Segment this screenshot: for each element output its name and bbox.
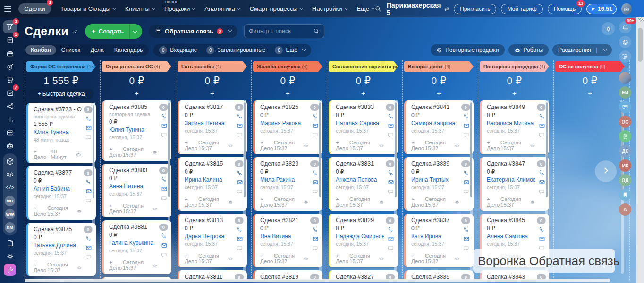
- board-settings-gear-icon[interactable]: [602, 22, 615, 35]
- deal-card[interactable]: Сделка #3837 0 0 ₽ Катя Ирова сегодня, 1…: [404, 214, 474, 267]
- phone-icon[interactable]: [237, 170, 243, 176]
- horizontal-scrollbar[interactable]: [25, 279, 610, 282]
- deal-card[interactable]: Сделка #3875 0 0 ₽ Татьяна Долина сегодн…: [26, 223, 96, 276]
- sidebar-item-tasks[interactable]: 1: [3, 33, 17, 47]
- phone-icon[interactable]: [237, 226, 243, 233]
- deal-contact-link[interactable]: Агния Бабина: [34, 185, 82, 192]
- email-icon[interactable]: [161, 242, 168, 249]
- deal-card[interactable]: Сделка #3847 0 0 ₽ Екатерина Климова сег…: [480, 157, 549, 211]
- phone-icon[interactable]: [237, 113, 243, 119]
- rail-avatar-a[interactable]: А: [619, 203, 631, 216]
- sidebar-item-mo[interactable]: MO: [5, 196, 15, 206]
- column-header[interactable]: Возврат денег (4): [404, 61, 474, 72]
- comment-icon[interactable]: [85, 198, 92, 204]
- comment-icon[interactable]: [388, 245, 394, 251]
- column-header[interactable]: Жалоба получена (4): [253, 61, 322, 72]
- deal-card[interactable]: Сделка #3877 0 0 ₽ Агния Бабина сегодня,…: [26, 166, 96, 220]
- deal-card[interactable]: Сделка #3813 0 0 ₽ Дарья Петрова сегодня…: [178, 214, 247, 267]
- add-deal-button[interactable]: +: [253, 88, 322, 100]
- sidebar-item-box-icon[interactable]: [3, 155, 17, 168]
- add-activity-link[interactable]: + Дело: [487, 196, 500, 208]
- switch-workspace-icon[interactable]: ⇄: [444, 6, 449, 12]
- add-activity-link[interactable]: + Дело: [109, 203, 123, 214]
- deal-card[interactable]: Сделка #3831 0 0 ₽ Анжела Попова сегодня…: [329, 157, 398, 211]
- add-activity-link[interactable]: + Дело: [411, 196, 425, 208]
- nav-deals[interactable]: Сделки3: [18, 3, 51, 14]
- counter-incoming[interactable]: 0Входящие: [154, 45, 202, 56]
- add-activity-link[interactable]: + Дело: [336, 196, 349, 208]
- email-icon[interactable]: [85, 245, 92, 251]
- email-icon[interactable]: [237, 123, 243, 129]
- robots-button[interactable]: Роботы: [508, 44, 549, 56]
- rail-avatar-os[interactable]: ОС: [619, 116, 631, 128]
- sidebar-item-settings-icon[interactable]: [3, 250, 17, 263]
- add-deal-button[interactable]: +: [178, 88, 247, 100]
- rail-bookmark-icon[interactable]: [619, 189, 631, 201]
- email-icon[interactable]: [85, 188, 92, 194]
- filter-search-icon[interactable]: [313, 28, 320, 34]
- deal-contact-link[interactable]: Зарина Петина: [185, 120, 233, 126]
- edit-title-icon[interactable]: [72, 28, 78, 34]
- add-activity-link[interactable]: + Дело: [336, 140, 349, 151]
- comment-icon[interactable]: [312, 189, 319, 195]
- tariff-button[interactable]: Мой тариф: [501, 4, 542, 14]
- deal-contact-link[interactable]: Ирина Калина: [185, 176, 233, 183]
- email-icon[interactable]: [85, 125, 92, 131]
- rail-avatar-photo[interactable]: [619, 72, 631, 84]
- phone-icon[interactable]: [463, 226, 470, 233]
- deal-contact-link[interactable]: Ирина Тиртых: [411, 176, 459, 183]
- comment-icon[interactable]: [85, 254, 92, 260]
- email-icon[interactable]: [539, 123, 545, 129]
- deal-card[interactable]: Сделка #3825 0 0 ₽ Марина Ракова сегодня…: [253, 100, 322, 154]
- email-icon[interactable]: [388, 179, 394, 185]
- add-activity-link[interactable]: + Дело: [260, 140, 274, 151]
- sidebar-item-idcard-icon[interactable]: [3, 126, 17, 139]
- add-activity-link[interactable]: + Дело: [109, 259, 123, 271]
- search-icon[interactable]: [374, 5, 382, 13]
- comment-icon[interactable]: [463, 189, 470, 195]
- comment-icon[interactable]: [463, 245, 470, 251]
- comment-icon[interactable]: [161, 252, 168, 258]
- add-activity-link[interactable]: + Дело: [185, 253, 198, 264]
- add-deal-button[interactable]: +: [102, 88, 171, 100]
- add-activity-link[interactable]: + Дело: [260, 196, 274, 208]
- counter-planned[interactable]: 0Запланированные: [202, 45, 270, 56]
- sidebar-item-todo[interactable]: 7: [3, 86, 17, 100]
- add-activity-link[interactable]: + Дело: [411, 253, 425, 264]
- comment-icon[interactable]: [237, 189, 243, 195]
- column-header[interactable]: Отрицательная ОС (4): [102, 61, 171, 72]
- deal-card[interactable]: Сделка #3883 0 0 ₽ Анна Питина сегодня, …: [102, 164, 171, 217]
- comment-icon[interactable]: [161, 195, 168, 201]
- add-activity-link[interactable]: + Дело: [487, 140, 500, 151]
- add-deal-button[interactable]: +: [329, 88, 398, 100]
- comment-icon[interactable]: [85, 134, 92, 141]
- deal-card[interactable]: Сделка #3821 0 0 ₽ Яна Витина сегодня, 1…: [253, 214, 322, 267]
- deal-card[interactable]: Сделка #3881 0 0 ₽ Галина Курькина сегод…: [102, 220, 171, 274]
- tab-list[interactable]: Список: [56, 45, 85, 55]
- add-activity-link[interactable]: + Дело: [34, 205, 47, 216]
- deal-card[interactable]: Сделка #3733 - ОС 0 повторная сделка 1 5…: [26, 103, 96, 163]
- deal-contact-link[interactable]: Дарья Петрова: [185, 233, 233, 240]
- email-icon[interactable]: [312, 236, 319, 242]
- deal-card[interactable]: Сделка #3849 0 0 ₽ Василиса Митина сегод…: [480, 100, 549, 154]
- phone-icon[interactable]: [539, 170, 545, 176]
- deal-contact-link[interactable]: Самира Капрова: [411, 120, 459, 126]
- deal-card[interactable]: Сделка #3885 0 повторная сделка 0 ₽ Юлия…: [102, 100, 171, 161]
- create-dropdown-icon[interactable]: [129, 24, 142, 39]
- rail-avatar-dk[interactable]: ДК: [619, 145, 631, 157]
- deal-contact-link[interactable]: Екатерина Климова: [487, 176, 535, 183]
- column-header[interactable]: Форма ОС отправлена (15): [26, 61, 96, 72]
- nav-clients[interactable]: Клиенты: [125, 5, 155, 12]
- sidebar-item-ww[interactable]: WW: [5, 209, 15, 219]
- phone-icon[interactable]: [161, 233, 168, 239]
- add-activity-link[interactable]: + Дело: [34, 262, 47, 273]
- sidebar-item-analytics-icon[interactable]: [3, 113, 17, 126]
- email-icon[interactable]: [539, 179, 545, 185]
- email-icon[interactable]: [237, 179, 243, 185]
- add-activity-link[interactable]: + Дело: [260, 253, 274, 264]
- hamburger-menu-icon[interactable]: [0, 6, 16, 12]
- column-header[interactable]: Повторная процедура (4): [480, 61, 549, 72]
- phone-icon[interactable]: [463, 113, 470, 119]
- sidebar-item-network-icon[interactable]: [3, 100, 17, 113]
- invite-button[interactable]: Пригласить: [454, 4, 496, 14]
